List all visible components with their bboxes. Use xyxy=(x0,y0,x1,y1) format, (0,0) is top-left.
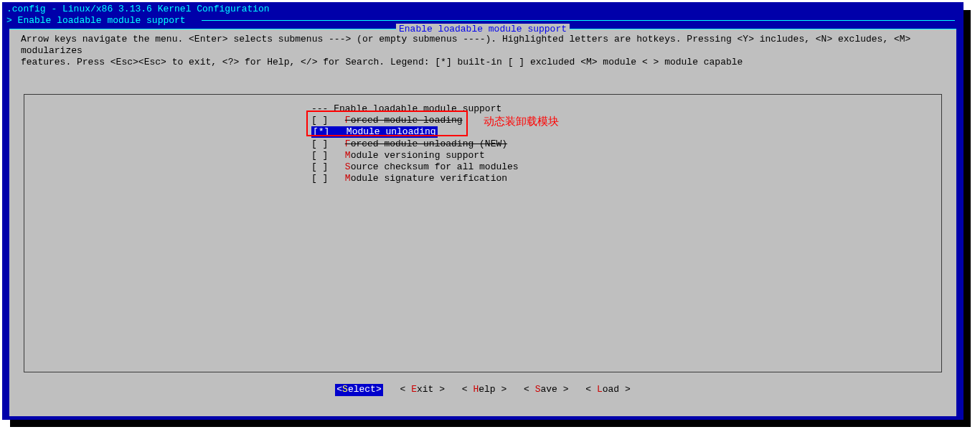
save-button[interactable]: < Save > xyxy=(524,384,568,395)
menu-item-forced-module-loading[interactable]: [ ] Forced module loading xyxy=(311,115,519,126)
menu-list: --- Enable loadable module support [ ] F… xyxy=(311,103,519,184)
menu-item-module-signature[interactable]: [ ] Module signature verification xyxy=(311,173,519,184)
menu-item-header[interactable]: --- Enable loadable module support xyxy=(311,103,519,115)
window-shadow-bottom xyxy=(10,420,971,427)
window-shadow-right xyxy=(963,10,971,423)
menu-item-forced-module-unloading[interactable]: [ ] Forced module unloading (NEW) xyxy=(311,138,519,150)
window-title: .config - Linux/x86 3.13.6 Kernel Config… xyxy=(2,2,963,15)
menu-frame: --- Enable loadable module support [ ] F… xyxy=(24,94,942,372)
exit-button[interactable]: < Exit > xyxy=(400,384,445,395)
help-line-2: features. Press <Esc><Esc> to exit, <?> … xyxy=(21,57,945,68)
terminal-window: .config - Linux/x86 3.13.6 Kernel Config… xyxy=(2,2,963,420)
dialog-box: Enable loadable module support Arrow key… xyxy=(9,29,956,416)
button-bar: <Select> < Exit > < Help > < Save > < Lo… xyxy=(9,378,956,401)
load-button[interactable]: < Load > xyxy=(585,384,630,395)
menu-item-module-versioning[interactable]: [ ] Module versioning support xyxy=(311,150,519,161)
help-line-1: Arrow keys navigate the menu. <Enter> se… xyxy=(21,34,945,57)
menu-item-source-checksum[interactable]: [ ] Source checksum for all modules xyxy=(311,161,519,173)
help-button[interactable]: < Help > xyxy=(462,384,507,395)
menu-item-module-unloading[interactable]: [*] Module unloading xyxy=(311,126,519,138)
select-button[interactable]: <Select> xyxy=(335,384,382,395)
help-text: Arrow keys navigate the menu. <Enter> se… xyxy=(9,29,956,73)
dialog-title: Enable loadable module support xyxy=(396,24,570,35)
